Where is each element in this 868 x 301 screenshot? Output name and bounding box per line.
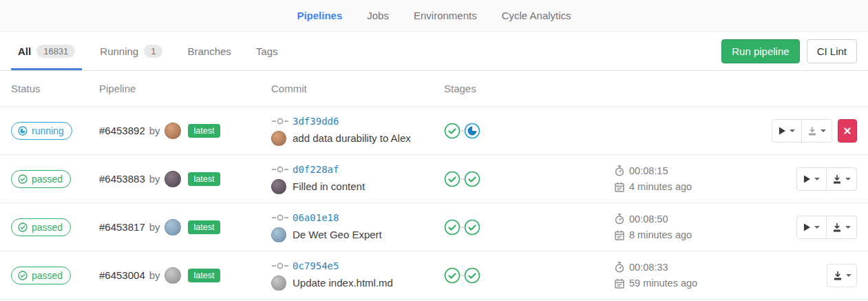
artifacts-dropdown-button[interactable] xyxy=(827,264,857,287)
check-circle-icon xyxy=(18,222,28,232)
stage-passed-icon[interactable] xyxy=(444,267,461,284)
pipeline-scope-tabs: All 16831 Running 1 Branches Tags xyxy=(11,32,296,70)
pipeline-row: running #6453892 by latest 3df39dd6 add … xyxy=(0,107,868,155)
tab-all[interactable]: All 16831 xyxy=(11,32,82,70)
commit-icon xyxy=(271,165,289,174)
latest-badge: latest xyxy=(188,124,221,138)
stopwatch-icon xyxy=(615,165,624,176)
commit-sha-link[interactable]: 06a01e18 xyxy=(293,212,339,223)
commit-message-link[interactable]: Update index.html.md xyxy=(293,277,393,289)
pipeline-id-link[interactable]: #6453004 xyxy=(99,269,145,281)
pipelines-table-header: Status Pipeline Commit Stages xyxy=(0,71,868,107)
stage-passed-icon[interactable] xyxy=(444,123,461,139)
commit-message-link[interactable]: De Wet Geo Expert xyxy=(293,229,382,240)
artifacts-dropdown-button[interactable] xyxy=(827,167,857,191)
play-dropdown-button[interactable] xyxy=(772,119,802,143)
status-label: running xyxy=(32,125,64,136)
avatar[interactable] xyxy=(165,267,181,284)
cancel-pipeline-button[interactable] xyxy=(838,119,857,143)
close-icon xyxy=(843,127,851,135)
tab-all-count-badge: 16831 xyxy=(36,45,75,58)
nav-item-environments[interactable]: Environments xyxy=(414,10,477,21)
calendar-icon xyxy=(615,278,624,289)
tab-branches[interactable]: Branches xyxy=(180,32,237,70)
stage-passed-icon[interactable] xyxy=(464,219,480,236)
download-icon xyxy=(832,222,842,232)
avatar[interactable] xyxy=(271,276,286,291)
avatar[interactable] xyxy=(165,171,181,187)
commit-sha-link[interactable]: 3df39dd6 xyxy=(293,116,339,127)
stopwatch-icon xyxy=(615,214,624,225)
tab-tags[interactable]: Tags xyxy=(249,32,285,70)
run-pipeline-button[interactable]: Run pipeline xyxy=(721,39,799,63)
chevron-down-icon xyxy=(845,178,851,180)
commit-message-link[interactable]: Filled in content xyxy=(293,180,365,192)
chevron-down-icon xyxy=(814,178,820,180)
check-circle-icon xyxy=(18,174,28,184)
chevron-down-icon xyxy=(821,129,826,132)
commit-message-link[interactable]: add data durability to Alex xyxy=(293,132,411,144)
nav-item-cycle-analytics[interactable]: Cycle Analytics xyxy=(502,10,571,21)
pipeline-row: passed #6453883 by latest d0f228af Fille… xyxy=(0,155,868,203)
play-icon xyxy=(803,174,811,184)
stage-passed-icon[interactable] xyxy=(464,267,480,284)
stage-passed-icon[interactable] xyxy=(444,219,461,236)
avatar[interactable] xyxy=(271,131,286,146)
artifacts-dropdown-button[interactable] xyxy=(827,216,857,239)
tab-branches-label: Branches xyxy=(187,45,231,57)
play-dropdown-button[interactable] xyxy=(796,167,827,191)
chevron-down-icon xyxy=(846,274,851,277)
commit-sha-link[interactable]: 0c7954e5 xyxy=(293,260,339,271)
stage-running-icon[interactable] xyxy=(464,123,480,139)
pipeline-finished-ago: 59 minutes ago xyxy=(629,278,697,289)
play-icon xyxy=(803,222,811,232)
play-dropdown-button[interactable] xyxy=(796,216,827,239)
nav-item-jobs[interactable]: Jobs xyxy=(367,10,389,21)
status-badge-passed[interactable]: passed xyxy=(11,170,71,188)
nav-item-pipelines[interactable]: Pipelines xyxy=(297,10,342,21)
status-badge-running[interactable]: running xyxy=(11,122,72,140)
header-commit: Commit xyxy=(271,83,444,94)
calendar-icon xyxy=(615,182,624,192)
by-label: by xyxy=(149,269,160,281)
header-status: Status xyxy=(11,83,99,94)
latest-badge: latest xyxy=(188,220,221,234)
download-icon xyxy=(807,126,817,136)
download-icon xyxy=(832,174,842,184)
pipeline-id-link[interactable]: #6453892 xyxy=(99,125,145,136)
by-label: by xyxy=(149,173,160,185)
pipeline-actions: Run pipeline CI Lint xyxy=(721,32,857,70)
by-label: by xyxy=(149,125,160,136)
tab-tags-label: Tags xyxy=(256,45,278,57)
avatar[interactable] xyxy=(271,179,286,194)
header-pipeline: Pipeline xyxy=(99,83,271,94)
header-stages: Stages xyxy=(444,83,615,94)
ci-lint-button[interactable]: CI Lint xyxy=(807,39,857,63)
status-label: passed xyxy=(32,222,63,233)
tab-running[interactable]: Running 1 xyxy=(93,32,169,70)
latest-badge: latest xyxy=(188,269,221,282)
pipeline-finished-ago: 4 minutes ago xyxy=(629,181,692,192)
commit-sha-link[interactable]: d0f228af xyxy=(293,164,339,175)
status-label: passed xyxy=(32,174,63,185)
pipeline-duration: 00:08:50 xyxy=(629,214,668,225)
stopwatch-icon xyxy=(615,262,624,273)
pipeline-duration: 00:08:33 xyxy=(629,262,668,273)
chevron-down-icon xyxy=(845,226,851,229)
by-label: by xyxy=(149,221,160,233)
status-badge-passed[interactable]: passed xyxy=(11,267,71,284)
status-badge-passed[interactable]: passed xyxy=(11,218,71,236)
pipelines-filter-bar: All 16831 Running 1 Branches Tags Run pi… xyxy=(0,32,868,71)
stage-passed-icon[interactable] xyxy=(444,171,461,187)
stage-passed-icon[interactable] xyxy=(464,171,480,187)
pipeline-id-link[interactable]: #6453817 xyxy=(99,221,145,233)
pipeline-id-link[interactable]: #6453883 xyxy=(99,173,145,185)
avatar[interactable] xyxy=(165,123,181,139)
calendar-icon xyxy=(615,230,624,240)
avatar[interactable] xyxy=(165,219,181,236)
artifacts-dropdown-button[interactable] xyxy=(802,119,832,143)
play-icon xyxy=(779,126,786,136)
download-icon xyxy=(833,271,843,280)
tab-running-label: Running xyxy=(100,45,138,57)
avatar[interactable] xyxy=(271,227,286,242)
